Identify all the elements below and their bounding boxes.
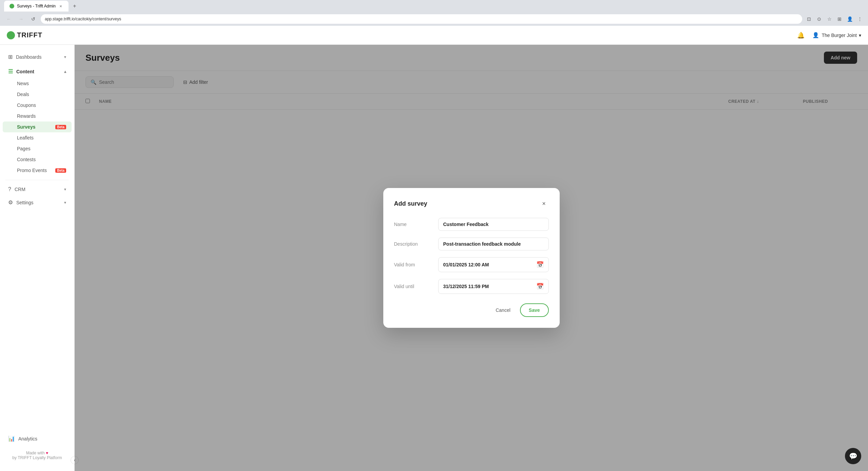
deals-label: Deals	[17, 92, 29, 97]
user-menu[interactable]: 👤 The Burger Joint ▾	[812, 31, 862, 39]
sidebar-item-promo-events[interactable]: Promo Events Beta	[3, 165, 72, 176]
coupons-label: Coupons	[17, 102, 36, 108]
modal-footer: Cancel Save	[394, 303, 549, 317]
chat-bubble-button[interactable]: 💬	[845, 448, 861, 464]
form-row-valid-until: Valid until 📅	[394, 279, 549, 294]
user-name: The Burger Joint	[822, 33, 857, 38]
name-input[interactable]	[438, 218, 549, 231]
footer-made-with: Made with	[26, 451, 45, 455]
sidebar-item-settings[interactable]: ⚙ Settings ▾	[3, 196, 72, 209]
tab-label: Surveys - Trifft Admin	[17, 4, 56, 8]
surveys-beta-badge: Beta	[55, 125, 66, 129]
crm-label: CRM	[15, 187, 61, 192]
sidebar-item-deals[interactable]: Deals	[3, 89, 72, 100]
sidebar-item-pages[interactable]: Pages	[3, 143, 72, 154]
analytics-icon: 📊	[8, 435, 15, 442]
cancel-button[interactable]: Cancel	[490, 304, 516, 316]
dashboards-chevron: ▾	[64, 55, 66, 59]
content-icon: ☰	[8, 68, 13, 75]
sidebar-item-contests[interactable]: Contests	[3, 154, 72, 165]
url-bar[interactable]: app.stage.trifft.io/cacitokiy/content/su…	[41, 14, 802, 24]
sidebar-section-content: ☰ Content ▴ News Deals Coupons Rewards	[0, 65, 74, 176]
sidebar-item-dashboards[interactable]: ⊞ Dashboards ▾	[3, 50, 72, 63]
tab-favicon	[9, 4, 14, 8]
add-survey-modal: Add survey × Name Description	[383, 188, 560, 328]
forward-button[interactable]: →	[16, 14, 26, 24]
sidebar-divider-1	[5, 180, 69, 180]
valid-from-field: 📅	[438, 257, 549, 272]
sidebar-content-label: Content	[16, 69, 61, 74]
user-avatar-icon: 👤	[812, 31, 820, 39]
sidebar-item-label: Dashboards	[16, 54, 61, 60]
sidebar: ⊞ Dashboards ▾ ☰ Content ▴ News Deals	[0, 45, 75, 471]
nav-right: 🔔 👤 The Burger Joint ▾	[795, 30, 862, 41]
valid-until-label: Valid until	[394, 284, 438, 289]
tab-close-button[interactable]: ✕	[58, 4, 63, 8]
promo-events-beta-badge: Beta	[55, 168, 66, 173]
modal-header: Add survey ×	[394, 199, 549, 208]
settings-icon: ⚙	[8, 199, 13, 206]
settings-label: Settings	[16, 200, 61, 205]
reload-button[interactable]: ↺	[28, 14, 38, 24]
url-text: app.stage.trifft.io/cacitokiy/content/su…	[45, 17, 121, 21]
lens-icon[interactable]: ⊙	[815, 15, 823, 23]
cast-icon[interactable]: ⊡	[805, 15, 813, 23]
browser-tab-bar: Surveys - Trifft Admin ✕ +	[0, 0, 868, 12]
page-area: Surveys Add new 🔍 ⊟ Add filter	[75, 45, 868, 471]
star-icon[interactable]: ☆	[825, 15, 833, 23]
sidebar-item-coupons[interactable]: Coupons	[3, 100, 72, 111]
crm-icon: ?	[8, 186, 11, 192]
description-input[interactable]	[438, 238, 549, 250]
modal-overlay: Add survey × Name Description	[75, 45, 868, 471]
valid-until-calendar-icon[interactable]: 📅	[536, 283, 544, 290]
brand-icon	[7, 31, 15, 39]
heart-icon: ♥	[46, 451, 48, 455]
footer-text: Made with ♥	[5, 451, 69, 455]
brand-name: TRIFFT	[17, 31, 42, 39]
name-label: Name	[394, 222, 438, 227]
dashboards-icon: ⊞	[8, 54, 13, 60]
sidebar-item-rewards[interactable]: Rewards	[3, 111, 72, 121]
description-label: Description	[394, 241, 438, 247]
brand-logo: TRIFFT	[7, 31, 42, 39]
pages-label: Pages	[17, 146, 31, 151]
valid-from-input[interactable]	[443, 262, 534, 267]
sidebar-item-analytics[interactable]: 📊 Analytics	[3, 432, 72, 445]
sidebar-item-surveys[interactable]: Surveys Beta	[3, 121, 72, 132]
form-row-description: Description	[394, 238, 549, 250]
form-row-name: Name	[394, 218, 549, 231]
sidebar-item-leaflets[interactable]: Leaflets	[3, 132, 72, 143]
active-tab[interactable]: Surveys - Trifft Admin ✕	[4, 1, 69, 12]
promo-events-label: Promo Events	[17, 168, 47, 173]
extension-icon[interactable]: ⊞	[835, 15, 844, 23]
address-bar: ← → ↺ app.stage.trifft.io/cacitokiy/cont…	[0, 12, 868, 26]
profile-icon[interactable]: 👤	[846, 15, 854, 23]
sidebar-item-news[interactable]: News	[3, 78, 72, 89]
menu-icon[interactable]: ⋮	[856, 15, 864, 23]
surveys-label: Surveys	[17, 124, 35, 130]
save-button[interactable]: Save	[520, 303, 549, 317]
app-container: TRIFFT 🔔 👤 The Burger Joint ▾ ⊞ Dashboar…	[0, 26, 868, 471]
analytics-label: Analytics	[18, 436, 66, 441]
valid-until-input[interactable]	[443, 284, 534, 289]
main-content: ⊞ Dashboards ▾ ☰ Content ▴ News Deals	[0, 45, 868, 471]
valid-until-field: 📅	[438, 279, 549, 294]
rewards-label: Rewards	[17, 113, 36, 119]
valid-from-calendar-icon[interactable]: 📅	[536, 261, 544, 268]
content-chevron: ▴	[64, 69, 66, 74]
sidebar-section-dashboards: ⊞ Dashboards ▾	[0, 50, 74, 63]
sidebar-item-crm[interactable]: ? CRM ▾	[3, 183, 72, 196]
contests-label: Contests	[17, 157, 36, 162]
modal-close-button[interactable]: ×	[539, 199, 549, 208]
valid-from-label: Valid from	[394, 262, 438, 267]
notification-bell[interactable]: 🔔	[795, 30, 806, 41]
top-nav: TRIFFT 🔔 👤 The Burger Joint ▾	[0, 26, 868, 45]
new-tab-button[interactable]: +	[70, 1, 79, 11]
user-menu-chevron: ▾	[859, 33, 861, 38]
form-row-valid-from: Valid from 📅	[394, 257, 549, 272]
sidebar-item-content[interactable]: ☰ Content ▴	[3, 65, 72, 78]
browser-tabs: Surveys - Trifft Admin ✕ +	[4, 1, 79, 12]
leaflets-label: Leaflets	[17, 135, 34, 140]
back-button[interactable]: ←	[4, 14, 14, 24]
modal-title: Add survey	[394, 200, 427, 207]
